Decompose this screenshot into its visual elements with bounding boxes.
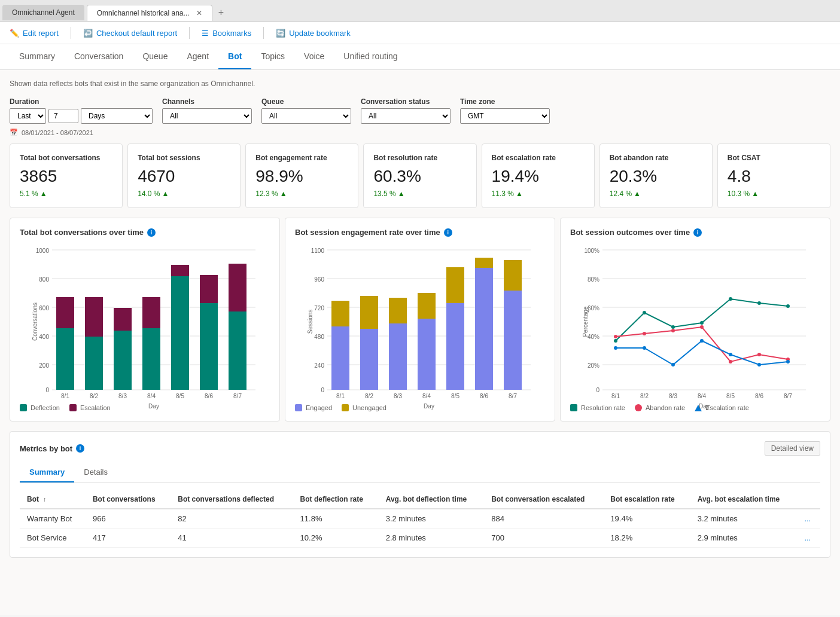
browser-tabs-bar: Omnichannel Agent Omnichannel historical… bbox=[0, 0, 840, 22]
col-bot-deflected[interactable]: Bot conversations deflected bbox=[171, 490, 293, 509]
conversation-status-filter: Conversation status All bbox=[361, 97, 451, 124]
detailed-view-button[interactable]: Detailed view bbox=[765, 441, 820, 456]
update-bookmark-button[interactable]: 🔄 Update bookmark bbox=[276, 29, 351, 38]
conversations-chart-info-icon[interactable]: i bbox=[147, 228, 156, 237]
escalation-legend-color bbox=[69, 404, 77, 411]
svg-rect-13 bbox=[56, 328, 74, 390]
col-bot[interactable]: Bot ↑ bbox=[20, 490, 86, 509]
svg-rect-58 bbox=[475, 268, 493, 390]
col-avg-deflection[interactable]: Avg. bot deflection time bbox=[379, 490, 485, 509]
cell-more-1[interactable]: ... bbox=[797, 529, 820, 548]
col-avg-escalation[interactable]: Avg. bot escalation time bbox=[690, 490, 798, 509]
add-tab-button[interactable]: + bbox=[212, 4, 230, 22]
timezone-select[interactable]: GMT bbox=[460, 108, 550, 124]
svg-rect-56 bbox=[446, 303, 464, 390]
svg-rect-20 bbox=[142, 297, 160, 328]
trend-up-icon-1: ▲ bbox=[162, 190, 169, 198]
svg-point-98 bbox=[643, 346, 646, 350]
abandon-rate-legend-color bbox=[635, 404, 642, 411]
engagement-chart-area: 1100 960 720 480 240 0 Sessions bbox=[295, 244, 545, 399]
metrics-header: Metrics by bot i Detailed view bbox=[20, 441, 820, 456]
kpi-change-3: 13.5 % ▲ bbox=[373, 190, 466, 198]
engagement-chart-info-icon[interactable]: i bbox=[444, 228, 452, 237]
cell-deflected-1: 41 bbox=[171, 529, 293, 548]
kpi-bot-resolution-rate: Bot resolution rate 60.3% 13.5 % ▲ bbox=[363, 143, 476, 208]
queue-filter: Queue All bbox=[261, 97, 351, 124]
svg-point-93 bbox=[700, 325, 704, 329]
metrics-info-icon[interactable]: i bbox=[76, 444, 84, 453]
close-tab-icon[interactable]: ✕ bbox=[196, 9, 202, 17]
cell-bot-1: Bot Service bbox=[20, 529, 86, 548]
svg-text:8/1: 8/1 bbox=[61, 393, 69, 399]
tab-queue[interactable]: Queue bbox=[133, 44, 177, 69]
svg-text:8/2: 8/2 bbox=[640, 393, 649, 399]
tab-topics[interactable]: Topics bbox=[251, 44, 294, 69]
outcomes-chart-info-icon[interactable]: i bbox=[693, 228, 702, 237]
svg-rect-52 bbox=[389, 323, 407, 390]
metrics-table: Bot ↑ Bot conversations Bot conversation… bbox=[20, 490, 820, 548]
svg-text:8/1: 8/1 bbox=[611, 393, 620, 399]
cell-escalated-0: 884 bbox=[484, 509, 603, 529]
tab-summary[interactable]: Summary bbox=[10, 44, 65, 69]
col-escalated[interactable]: Bot conversation escalated bbox=[484, 490, 603, 509]
svg-point-88 bbox=[757, 301, 761, 305]
toolbar-divider-3 bbox=[263, 27, 264, 39]
svg-text:800: 800 bbox=[39, 276, 49, 283]
svg-text:8/5: 8/5 bbox=[726, 393, 735, 399]
svg-text:8/4: 8/4 bbox=[698, 393, 706, 399]
conversations-chart-legend: Deflection Escalation bbox=[20, 404, 270, 411]
refresh-icon: 🔄 bbox=[276, 29, 285, 38]
metrics-tabs: Summary Details bbox=[20, 463, 820, 483]
kpi-bot-escalation-rate: Bot escalation rate 19.4% 11.3 % ▲ bbox=[482, 143, 595, 208]
svg-text:8/2: 8/2 bbox=[90, 393, 98, 399]
svg-point-83 bbox=[614, 339, 617, 343]
deflection-legend-color bbox=[20, 404, 27, 411]
svg-rect-48 bbox=[331, 326, 349, 390]
col-deflection-rate[interactable]: Bot deflection rate bbox=[293, 490, 379, 509]
bookmarks-button[interactable]: ☰ Bookmarks bbox=[202, 29, 251, 38]
tab-voice[interactable]: Voice bbox=[294, 44, 334, 69]
tab-bot[interactable]: Bot bbox=[218, 44, 251, 69]
svg-point-99 bbox=[671, 363, 675, 366]
toolbar-divider-2 bbox=[189, 27, 190, 39]
col-escalation-rate[interactable]: Bot escalation rate bbox=[603, 490, 690, 509]
svg-point-102 bbox=[757, 363, 761, 366]
trend-up-icon-6: ▲ bbox=[751, 190, 759, 198]
svg-text:Day: Day bbox=[424, 403, 434, 410]
svg-rect-24 bbox=[200, 275, 218, 303]
metrics-tab-summary[interactable]: Summary bbox=[20, 463, 74, 482]
conv-status-select[interactable]: All bbox=[361, 108, 451, 124]
checkout-default-button[interactable]: ↩️ Checkout default report bbox=[83, 29, 177, 38]
svg-text:8/4: 8/4 bbox=[147, 393, 156, 399]
metrics-tab-details[interactable]: Details bbox=[74, 463, 117, 482]
svg-text:8/3: 8/3 bbox=[669, 393, 677, 399]
tab-agent[interactable]: Agent bbox=[177, 44, 218, 69]
browser-tab-historical[interactable]: Omnichannel historical ana... ✕ bbox=[87, 5, 212, 21]
browser-tab-agent[interactable]: Omnichannel Agent bbox=[2, 5, 84, 20]
duration-unit-select[interactable]: Days bbox=[81, 108, 153, 124]
channels-select[interactable]: All bbox=[162, 108, 252, 124]
kpi-total-bot-conversations: Total bot conversations 3865 5.1 % ▲ bbox=[10, 143, 123, 208]
queue-select[interactable]: All bbox=[261, 108, 351, 124]
svg-rect-22 bbox=[171, 265, 189, 276]
svg-point-95 bbox=[757, 353, 761, 356]
duration-value-input[interactable] bbox=[48, 109, 78, 123]
cell-more-0[interactable]: ... bbox=[797, 509, 820, 529]
tab-conversation[interactable]: Conversation bbox=[65, 44, 133, 69]
svg-text:720: 720 bbox=[314, 305, 324, 311]
svg-rect-49 bbox=[331, 301, 349, 326]
svg-text:8/2: 8/2 bbox=[365, 393, 373, 399]
col-bot-conversations[interactable]: Bot conversations bbox=[86, 490, 171, 509]
table-row: Bot Service 417 41 10.2% 2.8 minutes 700… bbox=[20, 529, 820, 548]
svg-text:8/6: 8/6 bbox=[755, 393, 763, 399]
edit-report-button[interactable]: ✏️ Edit report bbox=[10, 29, 59, 38]
tab-unified-routing[interactable]: Unified routing bbox=[334, 44, 407, 69]
svg-text:80%: 80% bbox=[588, 276, 599, 283]
svg-text:1000: 1000 bbox=[36, 248, 50, 254]
svg-point-94 bbox=[729, 360, 732, 364]
engaged-legend-color bbox=[295, 404, 302, 411]
duration-preset-select[interactable]: Last bbox=[10, 108, 46, 124]
svg-rect-50 bbox=[360, 329, 378, 390]
svg-rect-51 bbox=[360, 296, 378, 329]
kpi-change-4: 11.3 % ▲ bbox=[492, 190, 585, 198]
